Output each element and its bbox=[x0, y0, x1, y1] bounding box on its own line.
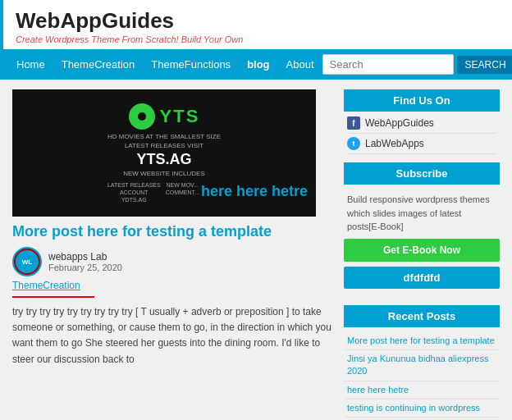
nav-search-area: SEARCH bbox=[322, 49, 512, 80]
recent-post-4[interactable]: testing is continuing in wordpress bbox=[344, 399, 500, 418]
recent-posts-title: Recent Posts bbox=[344, 305, 500, 327]
social-links: f WebAppGuides t LabWebApps bbox=[344, 116, 500, 154]
nav-blog[interactable]: blog bbox=[239, 50, 277, 79]
title-part1: WebApp bbox=[16, 8, 102, 33]
post-category[interactable]: ThemeCreation bbox=[12, 280, 334, 291]
yts-col-2: NEW MOV... COMMENT... bbox=[166, 182, 199, 203]
post-meta: WL webapps Lab February 25, 2020 bbox=[12, 247, 334, 276]
subscribe-text: Build responsive wordpress themes which … bbox=[344, 189, 500, 239]
facebook-link[interactable]: f WebAppGuides bbox=[347, 116, 496, 134]
post-date: February 25, 2020 bbox=[48, 262, 122, 272]
meta-info: webapps Lab February 25, 2020 bbox=[48, 251, 122, 272]
subscribe-section: Subscribe Build responsive wordpress the… bbox=[344, 162, 500, 297]
nav-home[interactable]: Home bbox=[8, 50, 53, 79]
facebook-icon: f bbox=[347, 116, 360, 130]
yts-text: YTS bbox=[160, 106, 200, 127]
ebook-button[interactable]: Get E-Book Now bbox=[344, 239, 500, 262]
author-name: webapps Lab bbox=[48, 251, 122, 262]
post-excerpt: try try try try try try try try try [ T … bbox=[12, 304, 334, 368]
nav-themefunctions[interactable]: ThemeFunctions bbox=[143, 50, 239, 79]
nav-themecreation[interactable]: ThemeCreation bbox=[53, 50, 144, 79]
search-input[interactable] bbox=[322, 54, 454, 75]
nav-items: Home ThemeCreation ThemeFunctions blog A… bbox=[8, 50, 322, 79]
title-part2: Guides bbox=[102, 8, 174, 33]
yts-subtitle: LATEST RELEASES VISIT bbox=[107, 142, 221, 149]
site-tagline: Create Wordpress Theme From Scratch! Bui… bbox=[16, 34, 500, 44]
post-title[interactable]: More post here for testing a template bbox=[12, 223, 334, 240]
recent-post-1[interactable]: More post here for testing a template bbox=[344, 332, 500, 350]
nav-about[interactable]: About bbox=[278, 50, 322, 79]
category-divider bbox=[12, 296, 94, 298]
yts-circle-inner bbox=[136, 111, 148, 122]
recent-post-3[interactable]: here here hetre bbox=[344, 381, 500, 399]
post-overlay-text: here here hetre bbox=[201, 183, 308, 200]
subscribe-title: Subscribe bbox=[344, 162, 500, 185]
find-us-title: Find Us On bbox=[344, 89, 500, 112]
content-area: YTS HD MOVIES AT THE SMALLEST SIZE LATES… bbox=[12, 89, 334, 420]
search-button[interactable]: SEARCH bbox=[457, 56, 512, 74]
recent-posts-section: Recent Posts More post here for testing … bbox=[344, 305, 500, 421]
yts-col-1: LATEST RELEASES ACCOUNT YDTS.AG bbox=[107, 182, 161, 203]
dfd-button[interactable]: dfdfdfd bbox=[344, 267, 500, 289]
sidebar: Find Us On f WebAppGuides t LabWebApps S… bbox=[344, 89, 500, 420]
facebook-label: WebAppGuides bbox=[365, 117, 434, 129]
post-image-wrapper: YTS HD MOVIES AT THE SMALLEST SIZE LATES… bbox=[12, 89, 316, 223]
twitter-link[interactable]: t LabWebApps bbox=[347, 137, 496, 154]
avatar-text: WL bbox=[22, 258, 32, 266]
avatar-inner: WL bbox=[16, 250, 39, 273]
main-nav: Home ThemeCreation ThemeFunctions blog A… bbox=[0, 49, 512, 80]
yts-circle bbox=[129, 103, 155, 130]
yts-domain: YTS.AG bbox=[107, 151, 221, 168]
yts-logo-icon: YTS bbox=[107, 103, 221, 130]
yts-tagline: HD MOVIES AT THE SMALLEST SIZE bbox=[107, 133, 221, 140]
recent-post-2[interactable]: Jinsi ya Kununua bidhaa aliexpress 2020 bbox=[344, 350, 500, 381]
site-title[interactable]: WebAppGuides bbox=[16, 8, 174, 34]
twitter-icon: t bbox=[347, 137, 360, 150]
twitter-label: LabWebApps bbox=[365, 138, 424, 149]
site-header: WebAppGuides Create Wordpress Theme From… bbox=[0, 0, 512, 49]
yts-new: NEW WEBSITE INCLUDES bbox=[107, 170, 221, 177]
main-layout: YTS HD MOVIES AT THE SMALLEST SIZE LATES… bbox=[0, 80, 512, 420]
avatar: WL bbox=[12, 247, 42, 276]
